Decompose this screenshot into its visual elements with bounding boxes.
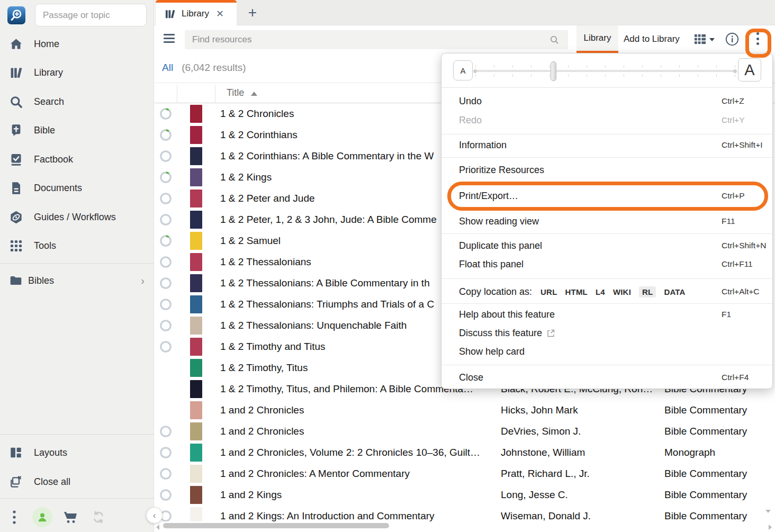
download-progress-ring[interactable] (160, 256, 172, 268)
menu-hamburger-icon[interactable] (164, 34, 175, 43)
app-logo-icon[interactable] (7, 6, 25, 24)
find-resources-input[interactable]: Find resources (185, 30, 568, 49)
view-options-button[interactable] (694, 33, 715, 44)
download-progress-ring[interactable] (160, 193, 172, 204)
menu-item-show-reading-view[interactable]: Show reading viewF11 (441, 212, 772, 231)
resource-title[interactable]: 1 and 2 Chronicles (220, 421, 304, 442)
copy-format-url[interactable]: URL (540, 287, 557, 296)
resource-title[interactable]: 1 & 2 Timothy and Titus (220, 336, 326, 357)
copy-format-html[interactable]: HTML (565, 287, 588, 296)
menu-item-discuss[interactable]: Discuss this feature (441, 323, 772, 342)
download-progress-ring[interactable] (160, 150, 172, 162)
sidebar-item-close-all[interactable]: Close all (0, 467, 154, 496)
table-row[interactable]: 1 and 2 Chronicles: A Mentor CommentaryP… (155, 463, 775, 484)
copy-format-rl[interactable]: RL (639, 286, 656, 297)
copy-format-l4[interactable]: L4 (596, 287, 605, 296)
download-progress-ring[interactable] (160, 299, 172, 310)
tab-close-icon[interactable]: ✕ (216, 9, 224, 19)
scroll-left-arrow-icon[interactable] (156, 525, 159, 530)
menu-item-show-help-card[interactable]: Show help card (441, 342, 772, 361)
resource-title[interactable]: 1 and 2 Kings (220, 484, 282, 506)
resource-title[interactable]: 1 & 2 Samuel (220, 230, 281, 251)
copy-format-data[interactable]: DATA (664, 287, 685, 296)
resource-title[interactable]: 1 & 2 Thessalonians: A Bible Commentary … (220, 273, 430, 294)
resource-title[interactable]: 1 & 2 Timothy, Titus, and Philemon: A Bi… (220, 378, 473, 400)
resource-title[interactable]: 1 & 2 Chronicles (220, 103, 294, 124)
toolbar-tab-library[interactable]: Library (576, 25, 618, 53)
resource-title[interactable]: 1 & 2 Kings (220, 167, 272, 188)
table-row[interactable]: 1 and 2 ChroniclesDeVries, Simon J.Bible… (155, 421, 775, 442)
download-progress-ring[interactable] (160, 277, 172, 289)
resource-title[interactable]: 1 & 2 Thessalonians (220, 251, 311, 273)
font-larger-button[interactable]: A (738, 58, 761, 82)
scroll-right-arrow-icon[interactable] (769, 525, 772, 530)
resource-title[interactable]: 1 & 2 Thessalonians: Unquenchable Faith (220, 315, 407, 336)
download-progress-ring[interactable] (160, 214, 172, 226)
toolbar-tab-add-to-library[interactable]: Add to Library (624, 25, 680, 53)
menu-item-close[interactable]: CloseCtrl+F4 (441, 368, 772, 387)
table-row[interactable]: 1 and 2 Kings: An Introduction and Comme… (155, 506, 775, 521)
sidebar-item-home[interactable]: Home (0, 30, 154, 59)
filter-all[interactable]: All (162, 62, 173, 74)
account-avatar[interactable] (28, 507, 56, 527)
resource-title[interactable]: 1 and 2 Chronicles: A Mentor Commentary (220, 463, 410, 484)
sidebar-item-factbook[interactable]: Factbook (0, 145, 154, 174)
download-progress-ring[interactable] (160, 235, 172, 247)
sidebar-item-bible[interactable]: Bible (0, 116, 154, 146)
resource-title[interactable]: 1 and 2 Chronicles, Volume 2: 2 Chronicl… (220, 442, 480, 463)
sidebar-item-layouts[interactable]: Layouts (0, 438, 154, 467)
sidebar-item-bibles[interactable]: Bibles › (0, 268, 154, 293)
menu-item-shortcut: Ctrl+Shift+N (722, 241, 766, 250)
resource-title[interactable]: 1 & 2 Corinthians (220, 124, 298, 146)
sidebar-item-library[interactable]: Library (0, 59, 154, 88)
menu-item-duplicate-panel[interactable]: Duplicate this panelCtrl+Shift+N (441, 236, 772, 255)
sidebar-item-guides[interactable]: Guides / Workflows (0, 203, 154, 232)
resource-title[interactable]: 1 & 2 Peter, 1, 2 & 3 John, Jude: A Bibl… (220, 209, 437, 230)
table-row[interactable]: 1 and 2 KingsLong, Jesse C.Bible Comment… (155, 484, 775, 506)
menu-item-information[interactable]: InformationCtrl+Shift+I (441, 136, 772, 155)
download-progress-ring[interactable] (160, 172, 172, 183)
download-progress-ring[interactable] (160, 489, 172, 501)
download-progress-ring[interactable] (160, 341, 172, 353)
column-header-title[interactable]: Title (227, 87, 257, 98)
sync-icon[interactable] (84, 510, 112, 524)
sidebar-item-search[interactable]: Search (0, 87, 154, 116)
info-button[interactable] (725, 32, 739, 46)
resource-title[interactable]: 1 & 2 Timothy, Titus (220, 357, 308, 378)
font-smaller-button[interactable]: A (453, 60, 473, 80)
cart-icon[interactable] (56, 510, 84, 524)
menu-item-float-panel[interactable]: Float this panelCtrl+F11 (441, 255, 772, 274)
horizontal-scrollbar[interactable] (155, 521, 775, 532)
sidebar-collapse-button[interactable]: ‹ (146, 507, 163, 524)
resource-title[interactable]: 1 and 2 Chronicles (220, 400, 304, 421)
download-progress-ring[interactable] (160, 426, 172, 437)
new-tab-button[interactable]: + (243, 3, 262, 22)
download-progress-ring[interactable] (160, 468, 172, 480)
table-row[interactable]: 1 and 2 Chronicles, Volume 2: 2 Chronicl… (155, 442, 775, 463)
font-size-slider[interactable] (475, 70, 735, 72)
resource-title[interactable]: 1 & 2 Peter and Jude (220, 188, 315, 209)
book-cover-thumbnail (190, 380, 202, 398)
sidebar-item-documents[interactable]: Documents (0, 174, 154, 203)
table-row[interactable]: 1 and 2 ChroniclesHicks, John MarkBible … (155, 400, 775, 421)
tab-library[interactable]: Library ✕ (156, 0, 237, 25)
resource-title[interactable]: 1 and 2 Kings: An Introduction and Comme… (220, 506, 435, 521)
more-options-kebab-icon[interactable] (0, 510, 28, 524)
sidebar-item-tools[interactable]: Tools (0, 232, 154, 261)
download-progress-ring[interactable] (160, 447, 172, 458)
copy-format-wiki[interactable]: WIKI (613, 287, 631, 296)
menu-item-help-about[interactable]: Help about this featureF1 (441, 305, 772, 324)
download-progress-ring[interactable] (160, 320, 172, 331)
menu-item-redo[interactable]: RedoCtrl+Y (441, 111, 772, 130)
scrollbar-thumb[interactable] (163, 523, 389, 528)
resource-title[interactable]: 1 & 2 Corinthians: A Bible Commentary in… (220, 146, 434, 167)
scroll-down-arrow-icon[interactable] (765, 510, 771, 513)
font-size-slider-handle[interactable] (551, 61, 556, 81)
download-progress-ring[interactable] (160, 108, 172, 120)
passage-search-input[interactable]: Passage or topic (35, 4, 147, 26)
menu-item-copy-location[interactable]: Copy location as:URLHTMLL4WIKIRLDATACtrl… (441, 282, 772, 301)
menu-item-undo[interactable]: UndoCtrl+Z (441, 92, 772, 111)
download-progress-ring[interactable] (160, 129, 172, 141)
menu-item-prioritize-resources[interactable]: Prioritize Resources (441, 160, 772, 179)
resource-title[interactable]: 1 & 2 Thessalonians: Triumphs and Trials… (220, 294, 434, 315)
